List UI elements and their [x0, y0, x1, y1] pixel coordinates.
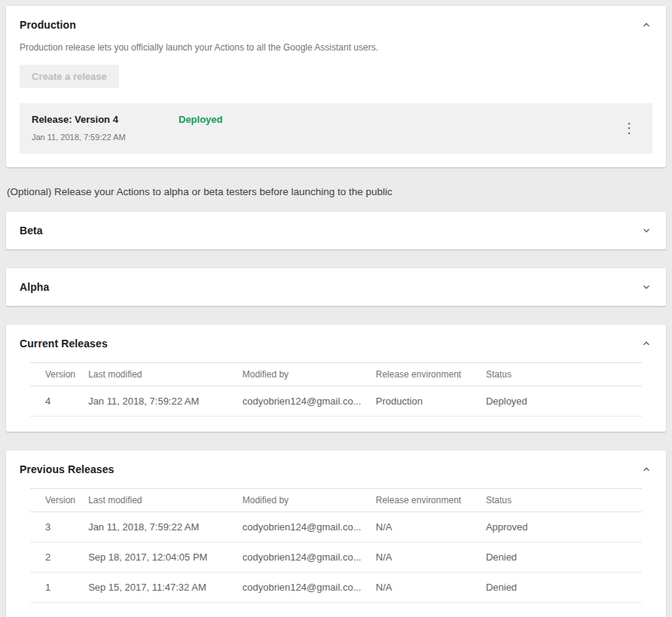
table-row: 2Sep 18, 2017, 12:04:05 PMcodyobrien124@… [30, 542, 642, 573]
chevron-down-icon[interactable] [640, 281, 652, 293]
column-header: Release environment [376, 489, 486, 512]
chevron-up-icon[interactable] [640, 338, 652, 350]
table-cell: 1 [30, 573, 88, 603]
release-title: Release: Version 4 [32, 114, 179, 125]
table-cell: N/A [376, 512, 486, 542]
column-header: Release environment [376, 363, 486, 386]
table-header-row: VersionLast modifiedModified byRelease e… [30, 489, 642, 512]
current-releases-card: Current Releases VersionLast modifiedMod… [6, 325, 666, 432]
column-header: Version [30, 489, 88, 512]
release-date: Jan 11, 2018, 7:59:22 AM [32, 133, 223, 142]
table-cell: codyobrien124@gmail.co... [243, 573, 376, 603]
beta-card: Beta [6, 212, 666, 249]
table-cell: Jan 11, 2018, 7:59:22 AM [88, 512, 243, 542]
table-cell: N/A [376, 573, 486, 603]
current-releases-table: VersionLast modifiedModified byRelease e… [30, 362, 642, 417]
current-releases-card-header[interactable]: Current Releases [6, 325, 666, 362]
table-cell: codyobrien124@gmail.co... [243, 542, 376, 573]
table-cell: Denied [486, 542, 642, 573]
table-cell: Jan 11, 2018, 7:59:22 AM [88, 386, 243, 417]
table-cell: codyobrien124@gmail.co... [243, 512, 376, 542]
table-cell: Sep 18, 2017, 12:04:05 PM [88, 542, 243, 573]
current-releases-table-wrap: VersionLast modifiedModified byRelease e… [6, 362, 666, 432]
table-cell: 2 [30, 542, 88, 573]
table-cell: 4 [30, 386, 88, 417]
current-releases-title: Current Releases [20, 338, 108, 350]
previous-releases-table-wrap: VersionLast modifiedModified byRelease e… [6, 488, 666, 617]
table-cell: 3 [30, 512, 88, 542]
beta-title: Beta [20, 225, 43, 237]
column-header: Modified by [243, 489, 376, 512]
previous-releases-card-header[interactable]: Previous Releases [6, 451, 666, 488]
column-header: Modified by [243, 363, 376, 386]
column-header: Last modified [88, 363, 243, 386]
production-title: Production [20, 19, 76, 31]
column-header: Status [486, 489, 642, 512]
release-item-main: Release: Version 4 Deployed Jan 11, 2018… [32, 114, 223, 142]
table-cell: codyobrien124@gmail.co... [243, 386, 376, 417]
table-row: 4Jan 11, 2018, 7:59:22 AMcodyobrien124@g… [30, 386, 642, 417]
alpha-title: Alpha [20, 281, 49, 293]
table-header-row: VersionLast modifiedModified byRelease e… [30, 363, 642, 386]
production-card-body: Production release lets you officially l… [6, 42, 666, 167]
previous-releases-table: VersionLast modifiedModified byRelease e… [30, 488, 642, 603]
beta-card-header[interactable]: Beta [6, 212, 666, 249]
kebab-menu-icon[interactable]: ⋮ [616, 120, 642, 136]
releases-page: Production Production release lets you o… [0, 0, 672, 617]
table-cell: Approved [486, 512, 642, 542]
table-row: 1Sep 15, 2017, 11:47:32 AMcodyobrien124@… [30, 573, 642, 603]
column-header: Version [30, 363, 88, 386]
chevron-up-icon[interactable] [640, 463, 652, 475]
column-header: Last modified [88, 489, 243, 512]
previous-releases-card: Previous Releases VersionLast modifiedMo… [6, 451, 666, 617]
release-status: Deployed [179, 114, 223, 125]
release-item: Release: Version 4 Deployed Jan 11, 2018… [20, 103, 652, 154]
table-cell: N/A [376, 542, 486, 573]
table-cell: Sep 15, 2017, 11:47:32 AM [88, 573, 243, 603]
create-release-button[interactable]: Create a release [20, 65, 119, 88]
alpha-card-header[interactable]: Alpha [6, 268, 666, 306]
previous-releases-title: Previous Releases [20, 463, 114, 475]
chevron-down-icon[interactable] [640, 225, 652, 237]
table-cell: Production [376, 386, 486, 417]
production-card-header[interactable]: Production [6, 6, 666, 44]
production-card: Production Production release lets you o… [6, 6, 666, 167]
production-description: Production release lets you officially l… [20, 42, 652, 53]
alpha-card: Alpha [6, 268, 666, 306]
table-row: 3Jan 11, 2018, 7:59:22 AMcodyobrien124@g… [30, 512, 642, 542]
optional-note: (Optional) Release your Actions to alpha… [7, 186, 666, 197]
column-header: Status [486, 363, 642, 386]
chevron-up-icon[interactable] [640, 19, 652, 31]
table-cell: Deployed [486, 386, 642, 417]
table-cell: Denied [486, 573, 642, 603]
